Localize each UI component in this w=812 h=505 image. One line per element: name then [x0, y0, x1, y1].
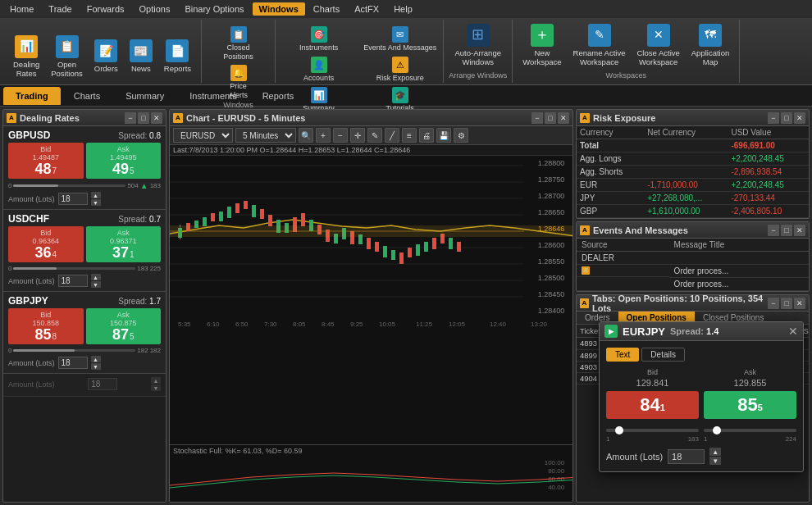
ribbon-reports-btn[interactable]: 📄 Home Reports: [159, 32, 196, 81]
deal-slider-1[interactable]: [606, 429, 699, 432]
auto-arrange-btn[interactable]: ⊞ Auto-Arrange Windows: [449, 20, 507, 70]
close-workspace-btn[interactable]: ✕ Close Active Workspace: [632, 20, 685, 70]
gbpusd-amount-up[interactable]: ▲: [91, 192, 101, 198]
gbpjpy-bid-btn[interactable]: Bid 150.858 85 8: [8, 308, 84, 344]
gbpusd-slider[interactable]: [13, 184, 125, 187]
dealing-rates-restore[interactable]: □: [138, 112, 149, 124]
closed-positions-btn[interactable]: 📋 Closed Positions: [220, 25, 257, 62]
risk-minimize[interactable]: −: [768, 112, 779, 124]
dealing-rates-title-icon: A: [7, 113, 16, 123]
chart-restore[interactable]: □: [545, 112, 556, 124]
chart-settings-btn[interactable]: ⚙: [454, 128, 468, 143]
deal-bid-btn[interactable]: 841: [606, 391, 699, 419]
partial-amount-input[interactable]: [88, 378, 117, 390]
ribbon-open-positions-btn[interactable]: 📋 Open Positions: [46, 32, 88, 81]
chart-zoom-out-btn[interactable]: −: [333, 128, 348, 143]
chart-line-btn[interactable]: ╱: [385, 128, 399, 143]
usdchf-slider[interactable]: [13, 267, 135, 270]
ribbon-news-btn[interactable]: 📰 News: [125, 32, 157, 81]
deal-ask-btn[interactable]: 855: [704, 391, 796, 419]
deal-ticket-close-btn[interactable]: ✕: [788, 325, 798, 338]
risk-close[interactable]: ✕: [794, 112, 805, 124]
gbpusd-symbol: GBPUSD: [8, 130, 50, 141]
gbpusd-ask-btn[interactable]: Ask 1.49495 49 5: [86, 143, 162, 179]
gbpjpy-amount-up[interactable]: ▲: [91, 356, 101, 362]
gbpjpy-ask-btn[interactable]: Ask 150.875 87 5: [86, 308, 162, 344]
dealing-rates-close[interactable]: ✕: [151, 112, 162, 124]
menu-charts[interactable]: Charts: [307, 2, 346, 16]
chart-draw-btn[interactable]: ✎: [367, 128, 382, 143]
gbpusd-amount-dn[interactable]: ▼: [91, 199, 101, 206]
usdchf-amount-input[interactable]: [58, 275, 88, 287]
svg-text:6:50: 6:50: [235, 321, 249, 328]
menu-forwards[interactable]: Forwards: [80, 2, 131, 16]
ribbon-orders-btn[interactable]: 📝 Orders: [89, 32, 123, 81]
dealing-rates-minimize[interactable]: −: [125, 112, 136, 124]
menu-actfx[interactable]: ActFX: [348, 2, 385, 16]
deal-amount-input[interactable]: [668, 449, 705, 464]
menu-home[interactable]: Home: [3, 2, 40, 16]
gbpjpy-amount-input[interactable]: [58, 357, 88, 369]
partial-dn[interactable]: ▼: [151, 384, 161, 391]
positions-restore[interactable]: □: [781, 298, 792, 309]
deal-slider-2[interactable]: [704, 429, 796, 432]
events-close[interactable]: ✕: [794, 225, 805, 236]
tab-summary[interactable]: Summary: [113, 87, 176, 105]
gbpusd-bid-btn[interactable]: Bid 1.49487 48 7: [8, 143, 84, 179]
positions-minimize[interactable]: −: [768, 298, 779, 309]
chart-close[interactable]: ✕: [558, 112, 569, 124]
svg-text:12:40: 12:40: [490, 321, 507, 328]
usdchf-amount-up[interactable]: ▲: [91, 274, 101, 280]
partial-up[interactable]: ▲: [151, 377, 161, 384]
chart-info-bar: Last:7/8/2013 1:20:00 PM O=1.28644 H=1.2…: [170, 145, 573, 156]
usdchf-amount-dn[interactable]: ▼: [91, 281, 101, 288]
tab-instruments[interactable]: Instruments: [177, 87, 249, 105]
chart-save-btn[interactable]: 💾: [436, 128, 451, 143]
usdchf-bid-btn[interactable]: Bid 0.96364 36 4: [8, 226, 84, 262]
closed-positions-icon: 📋: [230, 26, 247, 43]
app-map-btn[interactable]: 🗺 Application Map: [687, 20, 734, 70]
menu-trade[interactable]: Trade: [42, 2, 78, 16]
gbpusd-ask-big: 49 5: [89, 162, 158, 176]
svg-text:1.28700: 1.28700: [538, 192, 565, 200]
menu-windows[interactable]: Windows: [253, 2, 305, 16]
accounts-btn[interactable]: 👤 Accounts: [279, 55, 358, 84]
dt-tab-text[interactable]: Text: [606, 348, 639, 362]
positions-close[interactable]: ✕: [794, 298, 805, 309]
chart-minimize[interactable]: −: [531, 112, 543, 124]
risk-restore[interactable]: □: [781, 112, 792, 124]
risk-col-usd: USD Value: [728, 126, 809, 139]
menu-help[interactable]: Help: [387, 2, 419, 16]
gbpusd-amount-input[interactable]: [58, 193, 88, 205]
chart-magnify-btn[interactable]: 🔍: [299, 128, 313, 143]
dt-tab-details[interactable]: Details: [641, 348, 685, 362]
ribbon-dealing-rates-btn[interactable]: 📊 Dealing Rates: [8, 32, 44, 81]
events-restore[interactable]: □: [781, 225, 792, 236]
tutorials-icon: 🎓: [392, 87, 408, 103]
deal-arrow-btns: ▲ ▼: [709, 448, 721, 465]
instruments-btn[interactable]: 🎯 Instruments: [279, 25, 358, 53]
risk-exposure-btn[interactable]: ⚠ Risk Exposure: [360, 55, 440, 84]
tab-charts[interactable]: Charts: [62, 87, 112, 105]
events-minimize[interactable]: −: [768, 225, 779, 236]
new-workspace-btn[interactable]: ＋ New Workspace: [518, 20, 566, 70]
chart-crosshair-btn[interactable]: ✛: [350, 128, 365, 143]
tab-reports[interactable]: Reports: [250, 87, 307, 105]
deal-amount-dn[interactable]: ▼: [709, 457, 721, 465]
gbpjpy-slider[interactable]: [13, 349, 135, 352]
deal-bid-col: Bid 129.841 841: [606, 368, 699, 419]
chart-zoom-in-btn[interactable]: +: [316, 128, 331, 143]
tab-trading[interactable]: Trading: [3, 87, 61, 105]
chart-timeframe-select[interactable]: 5 Minutes: [235, 128, 296, 143]
chart-print-btn[interactable]: 🖨: [419, 128, 434, 143]
gbpjpy-amount-dn[interactable]: ▼: [91, 363, 101, 370]
events-messages-btn[interactable]: ✉ Events And Messages: [360, 25, 440, 53]
usdchf-ask-btn[interactable]: Ask 0.96371 37 1: [86, 226, 162, 262]
menu-binary[interactable]: Binary Options: [178, 2, 250, 16]
close-workspace-icon: ✕: [647, 24, 670, 47]
menu-options[interactable]: Options: [133, 2, 177, 16]
deal-amount-up[interactable]: ▲: [709, 448, 721, 456]
rename-workspace-btn[interactable]: ✎ Rename Active Workspace: [568, 20, 631, 70]
chart-symbol-select[interactable]: EURUSD: [173, 128, 233, 143]
chart-fib-btn[interactable]: ≡: [402, 128, 417, 143]
